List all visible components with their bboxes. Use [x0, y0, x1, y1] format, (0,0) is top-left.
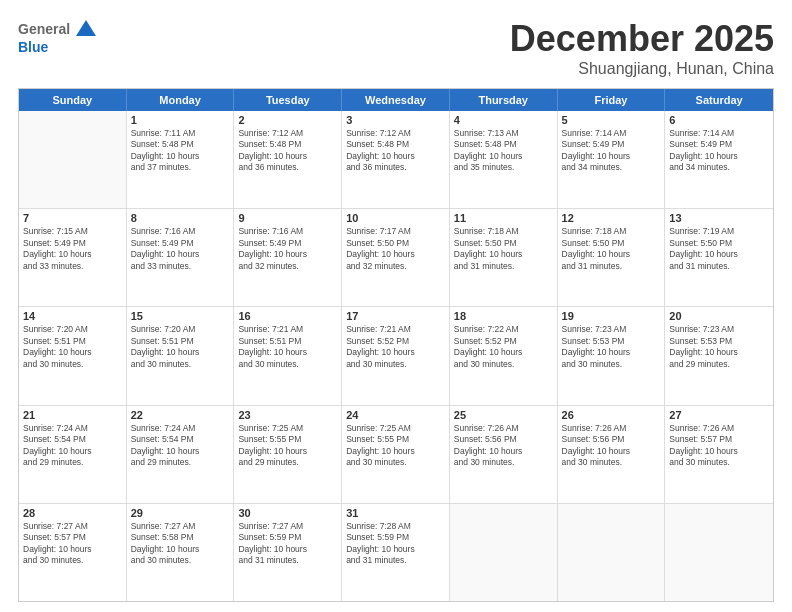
day-number: 7 [23, 212, 122, 224]
day-number: 11 [454, 212, 553, 224]
day-info: Sunrise: 7:27 AM Sunset: 5:59 PM Dayligh… [238, 521, 337, 567]
calendar-cell: 29Sunrise: 7:27 AM Sunset: 5:58 PM Dayli… [127, 504, 235, 601]
day-number: 25 [454, 409, 553, 421]
weekday-header: Friday [558, 89, 666, 111]
calendar-row: 14Sunrise: 7:20 AM Sunset: 5:51 PM Dayli… [19, 307, 773, 405]
day-info: Sunrise: 7:26 AM Sunset: 5:56 PM Dayligh… [454, 423, 553, 469]
day-info: Sunrise: 7:25 AM Sunset: 5:55 PM Dayligh… [238, 423, 337, 469]
location-title: Shuangjiang, Hunan, China [510, 60, 774, 78]
calendar-cell: 8Sunrise: 7:16 AM Sunset: 5:49 PM Daylig… [127, 209, 235, 306]
day-info: Sunrise: 7:22 AM Sunset: 5:52 PM Dayligh… [454, 324, 553, 370]
day-info: Sunrise: 7:18 AM Sunset: 5:50 PM Dayligh… [562, 226, 661, 272]
calendar-cell: 3Sunrise: 7:12 AM Sunset: 5:48 PM Daylig… [342, 111, 450, 208]
calendar-cell: 19Sunrise: 7:23 AM Sunset: 5:53 PM Dayli… [558, 307, 666, 404]
logo-wrapper: General Blue [18, 18, 98, 60]
calendar-cell [19, 111, 127, 208]
weekday-header: Sunday [19, 89, 127, 111]
day-info: Sunrise: 7:20 AM Sunset: 5:51 PM Dayligh… [23, 324, 122, 370]
weekday-header: Saturday [665, 89, 773, 111]
calendar-cell: 18Sunrise: 7:22 AM Sunset: 5:52 PM Dayli… [450, 307, 558, 404]
calendar-cell: 12Sunrise: 7:18 AM Sunset: 5:50 PM Dayli… [558, 209, 666, 306]
weekday-header: Thursday [450, 89, 558, 111]
calendar-cell: 10Sunrise: 7:17 AM Sunset: 5:50 PM Dayli… [342, 209, 450, 306]
day-number: 26 [562, 409, 661, 421]
logo-svg: General Blue [18, 18, 98, 60]
calendar-row: 28Sunrise: 7:27 AM Sunset: 5:57 PM Dayli… [19, 504, 773, 601]
day-info: Sunrise: 7:12 AM Sunset: 5:48 PM Dayligh… [238, 128, 337, 174]
day-info: Sunrise: 7:12 AM Sunset: 5:48 PM Dayligh… [346, 128, 445, 174]
day-number: 12 [562, 212, 661, 224]
calendar-cell: 7Sunrise: 7:15 AM Sunset: 5:49 PM Daylig… [19, 209, 127, 306]
calendar-body: 1Sunrise: 7:11 AM Sunset: 5:48 PM Daylig… [19, 111, 773, 601]
day-number: 19 [562, 310, 661, 322]
day-info: Sunrise: 7:13 AM Sunset: 5:48 PM Dayligh… [454, 128, 553, 174]
calendar-cell: 22Sunrise: 7:24 AM Sunset: 5:54 PM Dayli… [127, 406, 235, 503]
day-number: 18 [454, 310, 553, 322]
day-number: 6 [669, 114, 769, 126]
day-info: Sunrise: 7:14 AM Sunset: 5:49 PM Dayligh… [669, 128, 769, 174]
calendar-cell: 16Sunrise: 7:21 AM Sunset: 5:51 PM Dayli… [234, 307, 342, 404]
day-number: 4 [454, 114, 553, 126]
calendar-cell: 21Sunrise: 7:24 AM Sunset: 5:54 PM Dayli… [19, 406, 127, 503]
day-number: 13 [669, 212, 769, 224]
day-number: 9 [238, 212, 337, 224]
calendar-cell: 14Sunrise: 7:20 AM Sunset: 5:51 PM Dayli… [19, 307, 127, 404]
day-info: Sunrise: 7:24 AM Sunset: 5:54 PM Dayligh… [131, 423, 230, 469]
svg-marker-1 [76, 20, 96, 36]
calendar-cell [450, 504, 558, 601]
calendar-cell: 24Sunrise: 7:25 AM Sunset: 5:55 PM Dayli… [342, 406, 450, 503]
calendar: SundayMondayTuesdayWednesdayThursdayFrid… [18, 88, 774, 602]
calendar-cell: 20Sunrise: 7:23 AM Sunset: 5:53 PM Dayli… [665, 307, 773, 404]
calendar-row: 1Sunrise: 7:11 AM Sunset: 5:48 PM Daylig… [19, 111, 773, 209]
day-number: 24 [346, 409, 445, 421]
day-number: 15 [131, 310, 230, 322]
day-number: 2 [238, 114, 337, 126]
day-info: Sunrise: 7:18 AM Sunset: 5:50 PM Dayligh… [454, 226, 553, 272]
day-info: Sunrise: 7:24 AM Sunset: 5:54 PM Dayligh… [23, 423, 122, 469]
day-info: Sunrise: 7:20 AM Sunset: 5:51 PM Dayligh… [131, 324, 230, 370]
day-info: Sunrise: 7:17 AM Sunset: 5:50 PM Dayligh… [346, 226, 445, 272]
calendar-cell: 5Sunrise: 7:14 AM Sunset: 5:49 PM Daylig… [558, 111, 666, 208]
calendar-header: SundayMondayTuesdayWednesdayThursdayFrid… [19, 89, 773, 111]
weekday-header: Wednesday [342, 89, 450, 111]
calendar-cell: 30Sunrise: 7:27 AM Sunset: 5:59 PM Dayli… [234, 504, 342, 601]
day-info: Sunrise: 7:21 AM Sunset: 5:51 PM Dayligh… [238, 324, 337, 370]
calendar-cell: 13Sunrise: 7:19 AM Sunset: 5:50 PM Dayli… [665, 209, 773, 306]
day-info: Sunrise: 7:11 AM Sunset: 5:48 PM Dayligh… [131, 128, 230, 174]
calendar-cell: 4Sunrise: 7:13 AM Sunset: 5:48 PM Daylig… [450, 111, 558, 208]
day-info: Sunrise: 7:27 AM Sunset: 5:58 PM Dayligh… [131, 521, 230, 567]
calendar-cell: 15Sunrise: 7:20 AM Sunset: 5:51 PM Dayli… [127, 307, 235, 404]
day-number: 1 [131, 114, 230, 126]
day-number: 14 [23, 310, 122, 322]
calendar-cell: 23Sunrise: 7:25 AM Sunset: 5:55 PM Dayli… [234, 406, 342, 503]
day-info: Sunrise: 7:25 AM Sunset: 5:55 PM Dayligh… [346, 423, 445, 469]
day-number: 8 [131, 212, 230, 224]
day-info: Sunrise: 7:26 AM Sunset: 5:57 PM Dayligh… [669, 423, 769, 469]
header: General Blue December 2025 Shuangjiang, … [18, 18, 774, 78]
day-info: Sunrise: 7:16 AM Sunset: 5:49 PM Dayligh… [131, 226, 230, 272]
day-number: 10 [346, 212, 445, 224]
day-number: 31 [346, 507, 445, 519]
svg-text:General: General [18, 21, 70, 37]
day-info: Sunrise: 7:19 AM Sunset: 5:50 PM Dayligh… [669, 226, 769, 272]
calendar-cell: 28Sunrise: 7:27 AM Sunset: 5:57 PM Dayli… [19, 504, 127, 601]
day-info: Sunrise: 7:21 AM Sunset: 5:52 PM Dayligh… [346, 324, 445, 370]
calendar-cell: 9Sunrise: 7:16 AM Sunset: 5:49 PM Daylig… [234, 209, 342, 306]
calendar-cell: 17Sunrise: 7:21 AM Sunset: 5:52 PM Dayli… [342, 307, 450, 404]
weekday-header: Monday [127, 89, 235, 111]
title-area: December 2025 Shuangjiang, Hunan, China [510, 18, 774, 78]
weekday-header: Tuesday [234, 89, 342, 111]
day-info: Sunrise: 7:27 AM Sunset: 5:57 PM Dayligh… [23, 521, 122, 567]
day-number: 22 [131, 409, 230, 421]
day-number: 16 [238, 310, 337, 322]
calendar-cell: 6Sunrise: 7:14 AM Sunset: 5:49 PM Daylig… [665, 111, 773, 208]
day-number: 28 [23, 507, 122, 519]
day-number: 21 [23, 409, 122, 421]
day-info: Sunrise: 7:14 AM Sunset: 5:49 PM Dayligh… [562, 128, 661, 174]
day-info: Sunrise: 7:15 AM Sunset: 5:49 PM Dayligh… [23, 226, 122, 272]
day-info: Sunrise: 7:28 AM Sunset: 5:59 PM Dayligh… [346, 521, 445, 567]
logo-area: General Blue [18, 18, 98, 60]
calendar-cell: 2Sunrise: 7:12 AM Sunset: 5:48 PM Daylig… [234, 111, 342, 208]
day-info: Sunrise: 7:23 AM Sunset: 5:53 PM Dayligh… [562, 324, 661, 370]
calendar-cell: 25Sunrise: 7:26 AM Sunset: 5:56 PM Dayli… [450, 406, 558, 503]
